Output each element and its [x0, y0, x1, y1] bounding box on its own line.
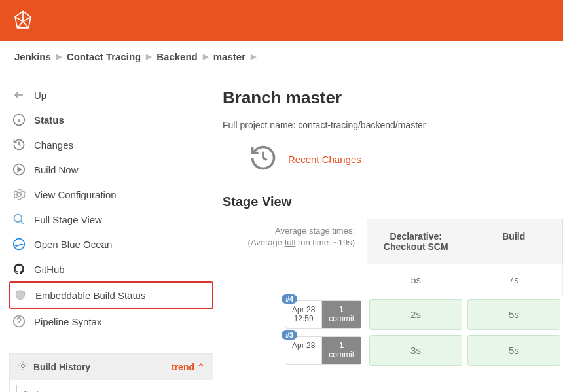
stage-view-heading: Stage View	[223, 194, 563, 209]
sidebar-item-label: Up	[34, 90, 46, 101]
build-commit-count: 1 commit	[322, 337, 361, 364]
sidebar-item-label: GitHub	[34, 264, 65, 275]
sidebar-item-status[interactable]: Status	[9, 107, 213, 132]
sidebar-item-view-configuration[interactable]: View Configuration	[9, 182, 213, 207]
crumb-module[interactable]: Backend	[156, 51, 198, 62]
main-content: Branch master Full project name: contact…	[223, 73, 563, 392]
sidebar-item-label: Changes	[34, 139, 73, 151]
build-badge[interactable]: #4 Apr 28 12:59 1 commit	[285, 300, 361, 329]
sidebar-item-pipeline-syntax[interactable]: Pipeline Syntax	[9, 309, 213, 334]
page-title: Branch master	[223, 88, 563, 108]
jenkins-logo-icon	[12, 9, 34, 31]
recent-changes-link[interactable]: Recent Changes	[288, 154, 361, 165]
arrow-left-icon	[12, 88, 26, 102]
sidebar-item-label: View Configuration	[34, 189, 117, 200]
sidebar-item-open-blue-ocean[interactable]: Open Blue Ocean	[9, 232, 213, 257]
build-row: #4 Apr 28 12:59 1 commit 2s 5s	[223, 296, 563, 332]
stage-cell[interactable]: 5s	[467, 299, 560, 330]
sidebar-item-build-now[interactable]: Build Now	[9, 157, 213, 182]
sidebar-item-label: Pipeline Syntax	[34, 316, 101, 327]
history-clock-icon	[249, 143, 278, 175]
info-icon	[12, 113, 26, 127]
sun-icon	[18, 361, 28, 373]
magnifier-icon	[12, 212, 26, 226]
chevron-right-icon: ▶	[56, 52, 62, 61]
build-commit-count: 1 commit	[322, 301, 361, 328]
shield-icon	[13, 288, 27, 302]
sidebar-item-label: Full Stage View	[34, 214, 102, 225]
stage-header: Declarative: Checkout SCM	[367, 219, 465, 264]
recent-changes-section: Recent Changes	[249, 143, 563, 175]
crumb-branch[interactable]: master	[213, 51, 245, 62]
top-header	[0, 0, 563, 41]
gear-icon	[12, 187, 26, 202]
breadcrumb: Jenkins ▶ Contact Tracing ▶ Backend ▶ ma…	[0, 41, 563, 73]
clear-search-icon[interactable]: x	[196, 389, 201, 392]
trend-toggle[interactable]: trend ⌃	[172, 362, 205, 372]
stage-average-time: 7s	[465, 264, 564, 296]
full-project-name: Full project name: contact-tracing/backe…	[223, 120, 563, 130]
sidebar-item-label: Embeddable Build Status	[35, 290, 145, 301]
sidebar-item-up[interactable]: Up	[9, 82, 213, 107]
stage-average-time: 5s	[367, 264, 465, 296]
build-number-chip: #4	[282, 294, 297, 304]
average-stage-times-label: Average stage times: (Average full run t…	[223, 219, 367, 296]
history-icon	[12, 137, 26, 152]
sidebar-item-label: Build Now	[34, 164, 79, 175]
svg-point-6	[21, 364, 24, 367]
blue-ocean-icon	[12, 237, 26, 251]
github-icon	[12, 262, 26, 276]
build-number-chip: #3	[282, 330, 297, 340]
svg-point-4	[14, 239, 25, 250]
sidebar-item-embeddable-build-status[interactable]: Embeddable Build Status	[9, 281, 213, 309]
chevron-right-icon: ▶	[251, 52, 256, 61]
build-badge[interactable]: #3 Apr 28 1 commit	[285, 336, 361, 365]
build-history-title: Build History	[33, 362, 90, 372]
build-timestamp: Apr 28	[285, 337, 322, 364]
crumb-project[interactable]: Contact Tracing	[67, 51, 141, 62]
play-circle-icon	[12, 162, 26, 177]
svg-point-2	[18, 193, 21, 196]
stage-cell[interactable]: 2s	[369, 299, 462, 330]
svg-point-3	[14, 215, 22, 223]
stage-header: Build	[465, 219, 564, 264]
sidebar-item-label: Open Blue Ocean	[34, 239, 112, 250]
build-history-panel: Build History trend ⌃ x ✓ #4 Apr 28, 202…	[9, 353, 213, 392]
help-icon	[12, 314, 26, 329]
chevron-right-icon: ▶	[203, 52, 208, 61]
chevron-right-icon: ▶	[146, 52, 151, 61]
sidebar-item-full-stage-view[interactable]: Full Stage View	[9, 207, 213, 232]
stage-cell[interactable]: 5s	[467, 335, 560, 366]
sidebar-item-label: Status	[34, 115, 64, 126]
crumb-jenkins[interactable]: Jenkins	[14, 51, 51, 62]
build-history-search-input[interactable]	[16, 385, 206, 392]
stage-cell[interactable]: 3s	[369, 335, 462, 366]
build-timestamp: Apr 28 12:59	[285, 301, 322, 328]
chevron-up-icon: ⌃	[197, 362, 205, 372]
build-row: #3 Apr 28 1 commit 3s 5s	[223, 332, 563, 368]
sidebar-item-changes[interactable]: Changes	[9, 132, 213, 157]
sidebar: Up Status Changes Build Now View Configu…	[0, 73, 223, 392]
build-history-header: Build History trend ⌃	[10, 354, 213, 380]
sidebar-item-github[interactable]: GitHub	[9, 257, 213, 281]
